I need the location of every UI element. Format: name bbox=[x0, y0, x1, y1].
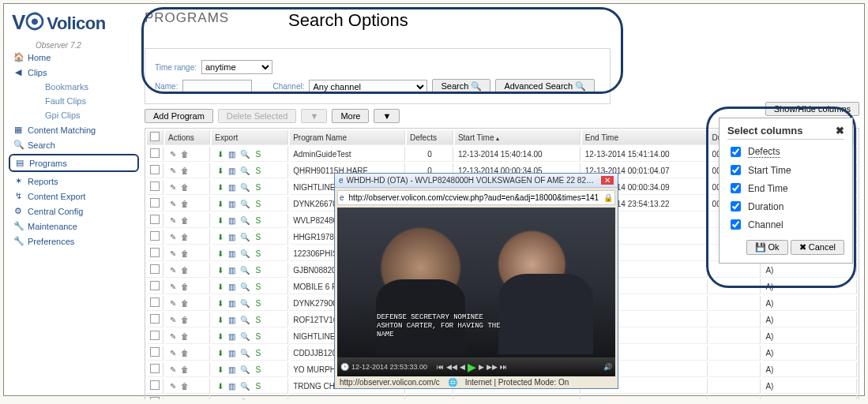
delete-icon[interactable]: 🗑 bbox=[180, 166, 190, 175]
export-options-icon[interactable]: ▥ bbox=[226, 382, 237, 391]
delete-icon[interactable]: 🗑 bbox=[180, 365, 190, 374]
search-icon[interactable]: 🔍 bbox=[239, 282, 250, 291]
row-checkbox[interactable] bbox=[147, 196, 163, 211]
row-checkbox[interactable] bbox=[147, 213, 163, 228]
export-options-icon[interactable]: ▥ bbox=[226, 183, 237, 192]
export-icon[interactable]: ⬇ bbox=[215, 332, 226, 341]
checkbox[interactable] bbox=[731, 219, 741, 230]
sidebar-item-bookmarks[interactable]: Bookmarks bbox=[9, 80, 139, 94]
excel-icon[interactable]: S bbox=[253, 266, 264, 275]
excel-icon[interactable]: S bbox=[253, 249, 264, 258]
url-input[interactable] bbox=[348, 193, 600, 203]
column-option-defects[interactable]: Defects bbox=[727, 144, 844, 159]
row-checkbox[interactable] bbox=[147, 147, 163, 162]
more-button[interactable]: More bbox=[332, 109, 369, 123]
edit-icon[interactable]: ✎ bbox=[168, 398, 178, 400]
row-checkbox[interactable] bbox=[147, 379, 163, 394]
checkbox[interactable] bbox=[731, 183, 741, 193]
export-icon[interactable]: ⬇ bbox=[215, 349, 226, 357]
export-options-icon[interactable]: ▥ bbox=[226, 233, 237, 241]
export-icon[interactable]: ⬇ bbox=[215, 216, 226, 225]
edit-icon[interactable]: ✎ bbox=[168, 266, 178, 275]
search-icon[interactable]: 🔍 bbox=[239, 299, 250, 308]
more-dropdown[interactable]: ▼ bbox=[374, 109, 400, 123]
edit-icon[interactable]: ✎ bbox=[168, 382, 178, 391]
delete-selected-dropdown[interactable]: ▼ bbox=[301, 109, 327, 123]
volume-icon[interactable]: 🔊 bbox=[603, 363, 612, 371]
export-icon[interactable]: ⬇ bbox=[215, 365, 226, 374]
excel-icon[interactable]: S bbox=[253, 365, 264, 374]
export-icon[interactable]: ⬇ bbox=[215, 316, 226, 324]
search-icon[interactable]: 🔍 bbox=[239, 249, 250, 258]
search-icon[interactable]: 🔍 bbox=[239, 382, 250, 391]
sidebar-item-home[interactable]: 🏠Home bbox=[9, 50, 139, 65]
delete-icon[interactable]: 🗑 bbox=[180, 282, 190, 291]
search-icon[interactable]: 🔍 bbox=[239, 150, 250, 159]
row-checkbox[interactable] bbox=[147, 312, 163, 327]
edit-icon[interactable]: ✎ bbox=[168, 216, 178, 225]
edit-icon[interactable]: ✎ bbox=[168, 365, 178, 374]
edit-icon[interactable]: ✎ bbox=[168, 183, 178, 192]
header-start-time[interactable]: Start Time bbox=[455, 130, 581, 145]
export-icon[interactable]: ⬇ bbox=[215, 398, 226, 400]
row-checkbox[interactable] bbox=[147, 246, 163, 261]
sidebar-item-search[interactable]: 🔍Search bbox=[9, 137, 139, 152]
row-checkbox[interactable] bbox=[147, 362, 163, 377]
edit-icon[interactable]: ✎ bbox=[168, 150, 178, 159]
excel-icon[interactable]: S bbox=[253, 282, 264, 291]
skip-fwd-icon[interactable]: ⏭ bbox=[500, 363, 507, 371]
sidebar-item-preferences[interactable]: 🔧Preferences bbox=[9, 234, 139, 249]
export-options-icon[interactable]: ▥ bbox=[226, 349, 237, 357]
checkbox[interactable] bbox=[731, 201, 741, 211]
edit-icon[interactable]: ✎ bbox=[168, 299, 178, 308]
sidebar-item-content-export[interactable]: ↯Content Export bbox=[9, 189, 139, 204]
header-program-name[interactable]: Program Name bbox=[290, 130, 405, 145]
search-icon[interactable]: 🔍 bbox=[239, 233, 250, 241]
name-input[interactable] bbox=[182, 80, 252, 94]
header-checkbox[interactable] bbox=[147, 130, 163, 145]
edit-icon[interactable]: ✎ bbox=[168, 316, 178, 324]
sidebar-item-gpi-clips[interactable]: Gpi Clips bbox=[9, 108, 139, 122]
export-options-icon[interactable]: ▥ bbox=[226, 365, 237, 374]
rewind-icon[interactable]: ◀◀ bbox=[446, 363, 457, 371]
sidebar-item-fault-clips[interactable]: Fault Clips bbox=[9, 94, 139, 108]
checkbox[interactable] bbox=[731, 165, 741, 175]
column-option-duration[interactable]: Duration bbox=[727, 199, 844, 214]
edit-icon[interactable]: ✎ bbox=[168, 332, 178, 341]
advanced-search-button[interactable]: Advanced Search 🔍 bbox=[495, 79, 595, 94]
export-icon[interactable]: ⬇ bbox=[215, 382, 226, 391]
search-icon[interactable]: 🔍 bbox=[239, 316, 250, 324]
show-hide-columns-button[interactable]: Show/Hide columns bbox=[765, 102, 859, 116]
excel-icon[interactable]: S bbox=[253, 233, 264, 241]
delete-icon[interactable]: 🗑 bbox=[180, 266, 190, 275]
export-options-icon[interactable]: ▥ bbox=[226, 216, 237, 225]
header-end-time[interactable]: End Time bbox=[582, 130, 708, 145]
export-icon[interactable]: ⬇ bbox=[215, 233, 226, 241]
search-icon[interactable]: 🔍 bbox=[239, 365, 250, 374]
excel-icon[interactable]: S bbox=[253, 183, 264, 192]
edit-icon[interactable]: ✎ bbox=[168, 166, 178, 175]
channel-select[interactable]: Any channel bbox=[309, 80, 427, 94]
search-icon[interactable]: 🔍 bbox=[239, 216, 250, 225]
export-options-icon[interactable]: ▥ bbox=[226, 316, 237, 324]
search-icon[interactable]: 🔍 bbox=[239, 332, 250, 341]
excel-icon[interactable]: S bbox=[253, 216, 264, 225]
delete-icon[interactable]: 🗑 bbox=[180, 398, 190, 400]
edit-icon[interactable]: ✎ bbox=[168, 233, 178, 241]
delete-icon[interactable]: 🗑 bbox=[180, 150, 190, 159]
video-area[interactable]: DEFENSE SECRETARY NOMINEE ASHTON CARTER,… bbox=[337, 208, 615, 357]
row-checkbox[interactable] bbox=[147, 163, 163, 178]
dialog-close-icon[interactable]: ✕ bbox=[601, 176, 614, 185]
table-row[interactable]: ✎ 🗑⬇▥ 🔍 SACTION NEWS AT 1A) bbox=[147, 395, 857, 399]
time-range-select[interactable]: anytime bbox=[201, 60, 272, 74]
close-icon[interactable]: ✖ bbox=[836, 125, 844, 137]
delete-icon[interactable]: 🗑 bbox=[180, 349, 190, 357]
row-checkbox[interactable] bbox=[147, 395, 163, 399]
ok-button[interactable]: 💾 Ok bbox=[746, 240, 788, 255]
search-icon[interactable]: 🔍 bbox=[239, 349, 250, 357]
search-icon[interactable]: 🔍 bbox=[239, 166, 250, 175]
column-option-start-time[interactable]: Start Time bbox=[727, 163, 844, 178]
cancel-button[interactable]: ✖ Cancel bbox=[791, 240, 844, 255]
row-checkbox[interactable] bbox=[147, 346, 163, 361]
column-option-end-time[interactable]: End Time bbox=[727, 181, 844, 196]
